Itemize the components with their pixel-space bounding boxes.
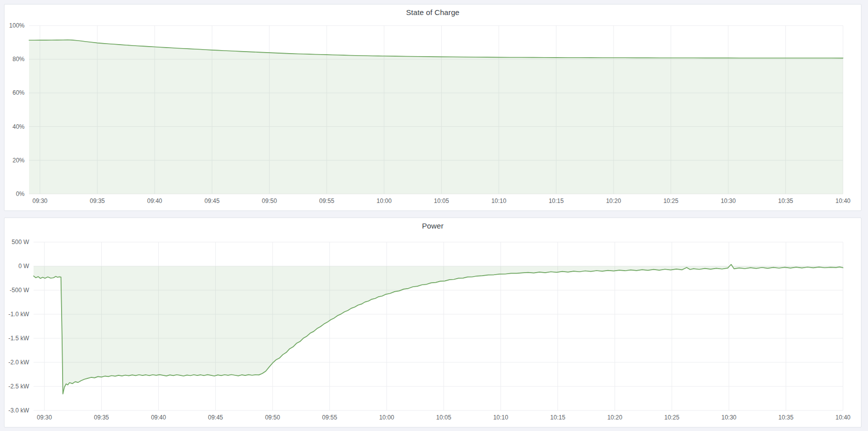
x-tick-label: 10:40 — [835, 414, 850, 421]
y-tick-label: 0% — [16, 190, 25, 197]
x-tick-label: 10:20 — [606, 197, 621, 204]
panel-state-of-charge: State of Charge 09:3009:3509:4009:4509:5… — [4, 4, 861, 211]
x-tick-label: 10:25 — [663, 197, 678, 204]
x-tick-label: 10:05 — [434, 197, 449, 204]
x-axis-labels: 09:3009:3509:4009:4509:5009:5510:0010:05… — [37, 414, 851, 421]
x-tick-label: 09:55 — [319, 197, 334, 204]
panel-title-power[interactable]: Power — [5, 222, 861, 230]
x-tick-label: 09:45 — [204, 197, 219, 204]
chart-canvas: 09:3009:3509:4009:4509:5009:5510:0010:05… — [5, 5, 861, 210]
x-tick-label: 09:50 — [262, 197, 277, 204]
series-area-fill — [29, 40, 843, 194]
x-tick-label: 10:15 — [550, 414, 565, 421]
y-tick-label: 100% — [9, 22, 25, 29]
x-tick-label: 09:40 — [151, 414, 166, 421]
panel-power: Power 09:3009:3509:4009:4509:5009:5510:0… — [4, 218, 861, 427]
y-tick-label: -2.0 kW — [9, 359, 30, 366]
x-tick-label: 10:15 — [548, 197, 563, 204]
y-tick-label: 60% — [13, 89, 25, 96]
x-tick-label: 10:35 — [778, 197, 793, 204]
x-axis-labels: 09:3009:3509:4009:4509:5009:5510:0010:05… — [33, 197, 851, 204]
x-tick-label: 10:40 — [835, 197, 850, 204]
chart-canvas: 09:3009:3509:4009:4509:5009:5510:0010:05… — [5, 218, 861, 427]
x-tick-label: 10:25 — [664, 414, 679, 421]
x-tick-label: 09:40 — [147, 197, 162, 204]
series-area-fill — [34, 265, 843, 394]
x-tick-label: 09:55 — [322, 414, 337, 421]
y-tick-label: -3.0 kW — [9, 407, 30, 414]
y-tick-label: 40% — [13, 123, 25, 130]
x-tick-label: 10:00 — [379, 414, 394, 421]
y-tick-label: -1.5 kW — [9, 335, 30, 342]
panel-title-state-of-charge[interactable]: State of Charge — [5, 8, 861, 17]
x-tick-label: 09:35 — [90, 197, 105, 204]
x-tick-label: 10:10 — [493, 414, 508, 421]
y-tick-label: 20% — [13, 157, 25, 164]
y-axis-labels: 500 W0 W-500 W-1.0 kW-1.5 kW-2.0 kW-2.5 … — [9, 239, 30, 414]
x-tick-label: 09:50 — [265, 414, 280, 421]
x-tick-label: 09:30 — [33, 197, 48, 204]
x-tick-label: 10:30 — [721, 414, 736, 421]
y-tick-label: 80% — [13, 56, 25, 63]
state-of-charge-chart[interactable]: 09:3009:3509:4009:4509:5009:5510:0010:05… — [5, 5, 861, 210]
y-tick-label: 500 W — [12, 239, 29, 246]
y-tick-label: -500 W — [10, 287, 29, 294]
x-tick-label: 10:10 — [491, 197, 506, 204]
x-tick-label: 10:05 — [436, 414, 451, 421]
y-tick-label: -2.5 kW — [9, 383, 30, 390]
y-tick-label: 0 W — [19, 263, 30, 270]
x-tick-label: 10:35 — [778, 414, 793, 421]
x-tick-label: 10:00 — [377, 197, 392, 204]
y-tick-label: -1.0 kW — [9, 311, 30, 318]
x-tick-label: 10:30 — [721, 197, 736, 204]
grafana-dashboard: State of Charge 09:3009:3509:4009:4509:5… — [0, 0, 868, 431]
power-chart[interactable]: 09:3009:3509:4009:4509:5009:5510:0010:05… — [5, 218, 861, 427]
x-tick-label: 09:45 — [208, 414, 223, 421]
x-tick-label: 09:30 — [37, 414, 52, 421]
x-tick-label: 10:20 — [607, 414, 622, 421]
x-tick-label: 09:35 — [94, 414, 109, 421]
y-axis-labels: 100%80%60%40%20%0% — [9, 22, 25, 197]
